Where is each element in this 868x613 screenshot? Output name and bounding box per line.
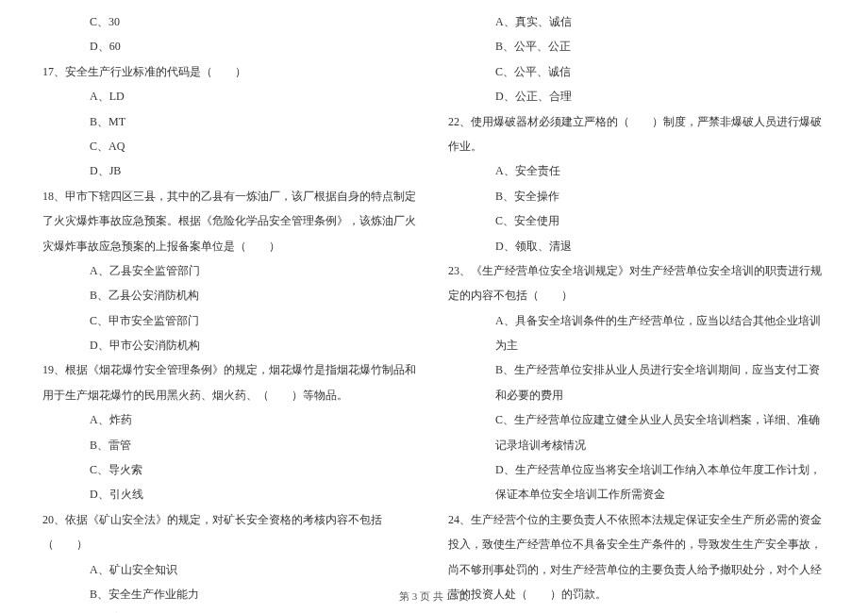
option: C、甲市安全监管部门 bbox=[42, 308, 420, 333]
option: A、LD bbox=[42, 84, 420, 108]
option: D、JB bbox=[42, 158, 420, 183]
option: A、安全责任 bbox=[448, 158, 826, 183]
question-18: 18、甲市下辖四区三县，其中的乙县有一炼油厂，该厂根据自身的特点制定了火灾爆炸事… bbox=[42, 184, 420, 258]
option: C、导火索 bbox=[42, 457, 420, 482]
option: D、公正、合理 bbox=[448, 84, 826, 108]
option: A、具备安全培训条件的生产经营单位，应当以结合其他企业培训为主 bbox=[448, 308, 826, 358]
question-20: 20、依据《矿山安全法》的规定，对矿长安全资格的考核内容不包括（ ） bbox=[42, 507, 420, 557]
question-22: 22、使用爆破器材必须建立严格的（ ）制度，严禁非爆破人员进行爆破作业。 bbox=[448, 109, 826, 159]
option: A、乙县安全监管部门 bbox=[42, 258, 420, 283]
right-column: A、真实、诚信 B、公平、公正 C、公平、诚信 D、公正、合理 22、使用爆破器… bbox=[434, 9, 840, 613]
option: D、60 bbox=[42, 34, 420, 58]
option: C、生产经营单位应建立健全从业人员安全培训档案，详细、准确记录培训考核情况 bbox=[448, 407, 826, 457]
option: C、AQ bbox=[42, 134, 420, 158]
option: D、领取、清退 bbox=[448, 234, 826, 258]
option: B、公平、公正 bbox=[448, 34, 826, 58]
question-19: 19、根据《烟花爆竹安全管理条例》的规定，烟花爆竹是指烟花爆竹制品和用于生产烟花… bbox=[42, 357, 420, 407]
option: B、安全操作 bbox=[448, 184, 826, 208]
option: D、甲市公安消防机构 bbox=[42, 333, 420, 357]
question-17: 17、安全生产行业标准的代码是（ ） bbox=[42, 59, 420, 84]
option: C、公平、诚信 bbox=[448, 59, 826, 84]
option: C、30 bbox=[42, 9, 420, 34]
option: C、矿山事故处理能力 bbox=[42, 606, 420, 613]
option: C、安全使用 bbox=[448, 208, 826, 233]
option: A、矿山安全知识 bbox=[42, 557, 420, 582]
option: D、引火线 bbox=[42, 482, 420, 506]
page-footer: 第 3 页 共 13 页 bbox=[0, 589, 868, 604]
option: A、2 万元以上 10 万元以下 bbox=[448, 606, 826, 613]
option: B、雷管 bbox=[42, 433, 420, 457]
option: A、真实、诚信 bbox=[448, 9, 826, 34]
page-container: C、30 D、60 17、安全生产行业标准的代码是（ ） A、LD B、MT C… bbox=[0, 0, 868, 613]
option: B、MT bbox=[42, 109, 420, 134]
option: B、生产经营单位安排从业人员进行安全培训期间，应当支付工资和必要的费用 bbox=[448, 357, 826, 407]
left-column: C、30 D、60 17、安全生产行业标准的代码是（ ） A、LD B、MT C… bbox=[28, 9, 434, 613]
option: A、炸药 bbox=[42, 407, 420, 432]
option: D、生产经营单位应当将安全培训工作纳入本单位年度工作计划，保证本单位安全培训工作… bbox=[448, 457, 826, 507]
question-23: 23、《生产经营单位安全培训规定》对生产经营单位安全培训的职责进行规定的内容不包… bbox=[448, 258, 826, 308]
option: B、乙县公安消防机构 bbox=[42, 283, 420, 307]
